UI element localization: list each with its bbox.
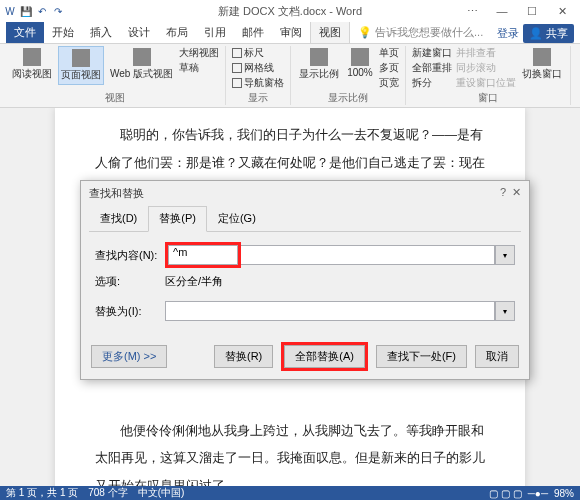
qat: W 💾 ↶ ↷ xyxy=(4,5,64,17)
save-icon[interactable]: 💾 xyxy=(20,5,32,17)
navpane-checkbox[interactable]: 导航窗格 xyxy=(232,76,284,90)
share-button[interactable]: 👤 共享 xyxy=(523,24,574,43)
ribbon-group-show: 标尺 网格线 导航窗格 显示 xyxy=(226,46,291,105)
replace-dropdown-icon[interactable]: ▾ xyxy=(495,301,515,321)
app-icon: W xyxy=(4,5,16,17)
dialog-title-text: 查找和替换 xyxy=(89,186,144,201)
ribbon-group-zoom: 显示比例 100% 单页 多页 页宽 显示比例 xyxy=(291,46,406,105)
hundred-button[interactable]: 100% xyxy=(345,46,375,80)
dialog-titlebar[interactable]: 查找和替换 ? ✕ xyxy=(81,181,529,206)
cancel-button[interactable]: 取消 xyxy=(475,345,519,368)
zoom-slider[interactable]: ─●─ xyxy=(528,488,548,499)
switch-icon xyxy=(533,48,551,66)
find-dropdown-icon[interactable]: ▾ xyxy=(495,245,515,265)
find-input[interactable]: ^m xyxy=(168,245,238,265)
dialog-footer: 更多(M) >> 替换(R) 全部替换(A) 查找下一处(F) 取消 xyxy=(91,342,519,371)
dialog-tab-replace[interactable]: 替换(P) xyxy=(148,206,207,232)
tab-references[interactable]: 引用 xyxy=(196,22,234,43)
draft-view-button[interactable]: 草稿 xyxy=(179,61,219,75)
tab-view[interactable]: 视图 xyxy=(310,21,350,43)
tab-insert[interactable]: 插入 xyxy=(82,22,120,43)
pagewidth-button[interactable]: 页宽 xyxy=(379,76,399,90)
tab-design[interactable]: 设计 xyxy=(120,22,158,43)
reading-icon xyxy=(23,48,41,66)
dialog-help-icon[interactable]: ? xyxy=(500,186,506,201)
page-view-button[interactable]: 页面视图 xyxy=(58,46,104,85)
options-value: 区分全/半角 xyxy=(165,274,223,289)
close-button[interactable]: ✕ xyxy=(548,0,576,22)
page-icon xyxy=(72,49,90,67)
minimize-button[interactable]: — xyxy=(488,0,516,22)
restore-button[interactable]: ☐ xyxy=(518,0,546,22)
replace-input[interactable] xyxy=(165,301,495,321)
arrange-button[interactable]: 全部重排 xyxy=(412,61,452,75)
ribbon: 阅读视图 页面视图 Web 版式视图 大纲视图 草稿 视图 标尺 网格线 导航窗… xyxy=(0,44,580,108)
paragraph[interactable]: 他便伶伶俐俐地从我身上跨过，从我脚边飞去了。等我睁开眼和太阳再见，这算又溜走了一… xyxy=(95,418,485,487)
status-zoom[interactable]: 98% xyxy=(554,488,574,499)
tab-layout[interactable]: 布局 xyxy=(158,22,196,43)
sync-button: 同步滚动 xyxy=(456,61,516,75)
options-label: 选项: xyxy=(95,274,165,289)
reading-view-button[interactable]: 阅读视图 xyxy=(10,46,54,83)
ruler-checkbox[interactable]: 标尺 xyxy=(232,46,284,60)
tab-home[interactable]: 开始 xyxy=(44,22,82,43)
redo-icon[interactable]: ↷ xyxy=(52,5,64,17)
sidebyside-button: 并排查看 xyxy=(456,46,516,60)
more-button[interactable]: 更多(M) >> xyxy=(91,345,167,368)
dialog-tab-find[interactable]: 查找(D) xyxy=(89,206,148,231)
find-next-button[interactable]: 查找下一处(F) xyxy=(376,345,467,368)
replace-all-button[interactable]: 全部替换(A) xyxy=(284,345,365,368)
status-lang[interactable]: 中文(中国) xyxy=(138,486,185,500)
statusbar: 第 1 页，共 1 页 708 个字 中文(中国) ▢ ▢ ▢ ─●─ 98% xyxy=(0,486,580,500)
ribbon-options-icon[interactable]: ⋯ xyxy=(458,0,486,22)
find-input-ext[interactable] xyxy=(241,245,495,265)
signin-button[interactable]: 登录 xyxy=(497,26,519,41)
multipage-button[interactable]: 多页 xyxy=(379,61,399,75)
replace-button[interactable]: 替换(R) xyxy=(214,345,273,368)
web-view-button[interactable]: Web 版式视图 xyxy=(108,46,175,83)
ribbon-group-window: 新建窗口 全部重排 拆分 并排查看 同步滚动 重设窗口位置 切换窗口 窗口 xyxy=(406,46,571,105)
switch-window-button[interactable]: 切换窗口 xyxy=(520,46,564,83)
view-icons[interactable]: ▢ ▢ ▢ xyxy=(489,488,522,499)
gridlines-checkbox[interactable]: 网格线 xyxy=(232,61,284,75)
web-icon xyxy=(133,48,151,66)
dialog-tab-goto[interactable]: 定位(G) xyxy=(207,206,267,231)
hundred-icon xyxy=(351,48,369,66)
dialog-tabs: 查找(D) 替换(P) 定位(G) xyxy=(89,206,521,232)
onepage-button[interactable]: 单页 xyxy=(379,46,399,60)
find-label: 查找内容(N): xyxy=(95,248,165,263)
dialog-close-icon[interactable]: ✕ xyxy=(512,186,521,201)
zoom-button[interactable]: 显示比例 xyxy=(297,46,341,83)
ribbon-tabs: 文件 开始 插入 设计 布局 引用 邮件 审阅 视图 💡 告诉我您想要做什么..… xyxy=(0,22,580,44)
window-title: 新建 DOCX 文档.docx - Word xyxy=(218,4,362,19)
tab-review[interactable]: 审阅 xyxy=(272,22,310,43)
replace-label: 替换为(I): xyxy=(95,304,165,319)
reset-button: 重设窗口位置 xyxy=(456,76,516,90)
find-replace-dialog: 查找和替换 ? ✕ 查找(D) 替换(P) 定位(G) 查找内容(N): ^m … xyxy=(80,180,530,380)
newwin-button[interactable]: 新建窗口 xyxy=(412,46,452,60)
titlebar: W 💾 ↶ ↷ 新建 DOCX 文档.docx - Word ⋯ — ☐ ✕ xyxy=(0,0,580,22)
status-words[interactable]: 708 个字 xyxy=(88,486,127,500)
tab-file[interactable]: 文件 xyxy=(6,22,44,43)
zoom-icon xyxy=(310,48,328,66)
dialog-body: 查找内容(N): ^m ▾ 选项: 区分全/半角 替换为(I): ▾ xyxy=(81,232,529,337)
outline-view-button[interactable]: 大纲视图 xyxy=(179,46,219,60)
window-controls: ⋯ — ☐ ✕ xyxy=(458,0,576,22)
undo-icon[interactable]: ↶ xyxy=(36,5,48,17)
status-page[interactable]: 第 1 页，共 1 页 xyxy=(6,486,78,500)
ribbon-group-views: 阅读视图 页面视图 Web 版式视图 大纲视图 草稿 视图 xyxy=(4,46,226,105)
tell-me-input[interactable]: 💡 告诉我您想要做什么... xyxy=(350,22,491,43)
split-button[interactable]: 拆分 xyxy=(412,76,452,90)
tab-mailings[interactable]: 邮件 xyxy=(234,22,272,43)
